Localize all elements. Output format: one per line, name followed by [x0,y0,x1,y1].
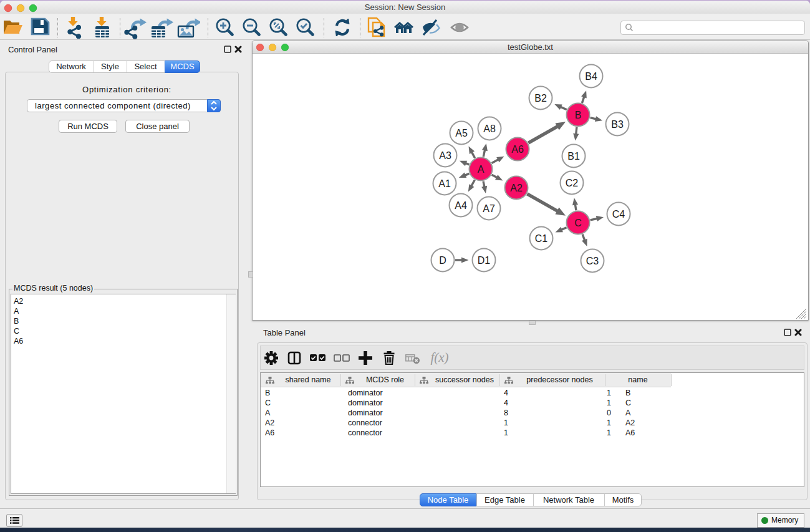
svg-text:A4: A4 [455,200,467,211]
svg-text:C: C [574,218,582,228]
svg-text:B: B [575,110,582,120]
svg-text:D: D [439,255,446,266]
svg-text:A7: A7 [483,203,495,214]
svg-text:A1: A1 [438,178,451,189]
svg-text:A5: A5 [455,128,468,138]
svg-text:C4: C4 [612,209,625,220]
svg-text:A6: A6 [511,144,524,155]
svg-text:B4: B4 [585,71,597,82]
svg-text:A: A [478,164,485,175]
svg-text:D1: D1 [478,255,491,266]
svg-text:A2: A2 [510,183,523,193]
svg-text:B2: B2 [534,93,547,104]
svg-text:B3: B3 [611,119,624,130]
svg-text:C2: C2 [566,178,579,188]
svg-text:C3: C3 [586,256,599,266]
svg-text:A3: A3 [439,150,451,161]
svg-text:B1: B1 [567,151,580,162]
svg-text:A8: A8 [483,123,496,134]
svg-text:C1: C1 [535,233,548,244]
